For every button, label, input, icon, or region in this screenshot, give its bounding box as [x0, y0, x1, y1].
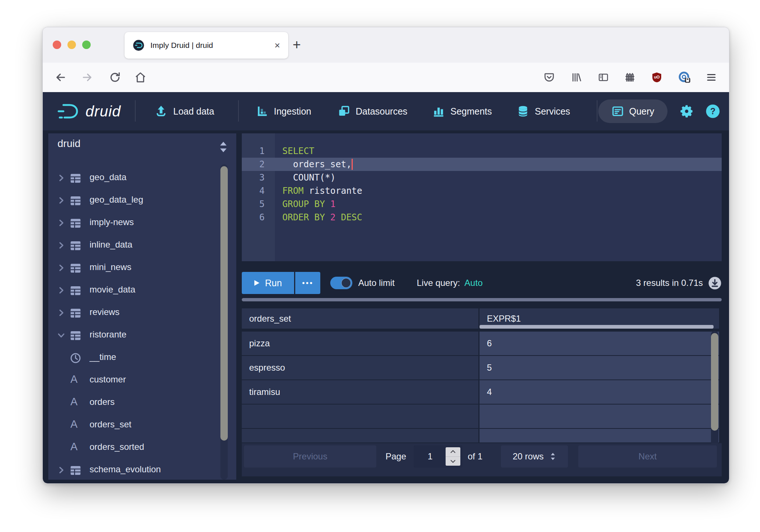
sql-token: orders_set,: [282, 159, 352, 169]
download-results-icon[interactable]: [708, 276, 722, 290]
nav-ingestion[interactable]: Ingestion: [256, 92, 311, 130]
settings-gear-icon[interactable]: [679, 104, 694, 120]
cell-expr1-0[interactable]: 6: [480, 332, 719, 355]
sidebar-column-orders[interactable]: A orders: [48, 392, 236, 414]
code-line[interactable]: 2 orders_set,: [242, 158, 722, 171]
window-zoom-button[interactable]: [82, 41, 91, 49]
sidebar-column-orders_set[interactable]: A orders_set: [48, 414, 236, 437]
chevron-right-icon[interactable]: [56, 308, 66, 318]
cell-expr1-1[interactable]: 5: [480, 356, 719, 379]
chevron-right-icon[interactable]: [56, 218, 66, 228]
column-header-orders_set[interactable]: orders_set: [242, 308, 478, 329]
sort-icon[interactable]: [219, 140, 228, 155]
cell-expr1-3[interactable]: [480, 405, 719, 428]
forward-icon[interactable]: [79, 69, 95, 85]
run-more-button[interactable]: •••: [295, 272, 320, 294]
sidebar-item-geo_data_leg[interactable]: geo_data_leg: [48, 189, 236, 212]
sql-token: FROM: [282, 186, 304, 196]
sidebar-scrollbar-thumb[interactable]: [220, 166, 228, 441]
tab-close-icon[interactable]: ×: [275, 41, 280, 50]
nav-services[interactable]: Services: [517, 92, 570, 130]
sidebar-column-customer[interactable]: A customer: [48, 369, 236, 392]
cell-value: pizza: [249, 338, 270, 349]
druid-logo[interactable]: druid: [57, 92, 121, 130]
pocket-icon[interactable]: [541, 69, 557, 85]
chevron-right-icon[interactable]: [56, 173, 66, 183]
chevron-right-icon[interactable]: [56, 286, 66, 295]
nav-query-active[interactable]: Query: [598, 99, 667, 123]
reload-icon[interactable]: [107, 69, 123, 85]
sidebar-item-ristorante[interactable]: ristorante: [48, 324, 236, 347]
live-query-value[interactable]: Auto: [464, 278, 482, 288]
ublock-origin-icon[interactable]: uO: [649, 69, 665, 85]
window-minimize-button[interactable]: [67, 41, 76, 49]
nav-load-data[interactable]: Load data: [154, 92, 214, 130]
containers-fence-icon[interactable]: [622, 69, 638, 85]
nav-segments[interactable]: Segments: [432, 92, 492, 130]
sidebar-item-label: reviews: [90, 307, 119, 317]
pane-splitter[interactable]: [242, 298, 722, 301]
sidebar-item-imply-news[interactable]: imply-news: [48, 212, 236, 234]
ingestion-icon: [256, 105, 268, 118]
sidebar-column-orders_sorted[interactable]: A orders_sorted: [48, 437, 236, 459]
line-number: 5: [242, 199, 275, 209]
auto-limit-toggle[interactable]: [330, 277, 352, 289]
cell-expr1-4[interactable]: [480, 429, 719, 442]
page-number-value[interactable]: 1: [414, 445, 446, 468]
segments-icon: [432, 105, 445, 118]
code-line[interactable]: 4FROM ristorante: [242, 184, 722, 197]
sidebar-item-reviews[interactable]: reviews: [48, 302, 236, 324]
chevron-down-icon[interactable]: [56, 330, 66, 340]
toggle-knob: [341, 278, 351, 288]
home-icon[interactable]: [132, 69, 149, 85]
sidebar-item-label: __time: [90, 352, 116, 362]
cell-expr1-2[interactable]: 4: [480, 380, 719, 404]
library-icon[interactable]: [568, 69, 585, 85]
next-page-button[interactable]: Next: [578, 445, 717, 468]
chevron-right-icon[interactable]: [56, 263, 66, 273]
sidebar-toggle-icon[interactable]: [595, 69, 611, 85]
chevron-right-icon[interactable]: [56, 196, 66, 205]
chevron-right-icon[interactable]: [56, 241, 66, 250]
spinner-up-icon[interactable]: [446, 447, 460, 457]
nav-datasources[interactable]: Datasources: [338, 92, 407, 130]
of-pages-label: of 1: [468, 445, 482, 468]
sql-token: COUNT(*): [282, 172, 336, 183]
sidebar-item-label: orders_sorted: [90, 442, 144, 452]
help-icon[interactable]: ?: [705, 104, 720, 120]
cell-orders_set-0[interactable]: pizza: [242, 332, 478, 355]
cell-orders_set-4[interactable]: [242, 429, 478, 442]
text-cursor: [352, 159, 353, 170]
code-line[interactable]: 6ORDER BY 2 DESC: [242, 211, 722, 224]
sidebar-item-movie_data[interactable]: movie_data: [48, 279, 236, 302]
onepassword-icon[interactable]: [676, 69, 693, 85]
cell-value: 5: [487, 363, 492, 373]
cell-orders_set-3[interactable]: [242, 405, 478, 428]
table-horizontal-scrollbar[interactable]: [480, 325, 714, 329]
code-line[interactable]: 1SELECT: [242, 144, 722, 158]
sidebar-item-mini_news[interactable]: mini_news: [48, 257, 236, 279]
previous-page-button[interactable]: Previous: [244, 445, 376, 468]
nav-services-label: Services: [535, 106, 570, 117]
back-icon[interactable]: [52, 69, 69, 85]
run-button[interactable]: Run: [242, 272, 294, 294]
sidebar-item-geo_data[interactable]: geo_data: [48, 167, 236, 189]
spinner-down-icon[interactable]: [446, 457, 460, 466]
page-number-input[interactable]: 1: [414, 445, 462, 468]
table-scrollbar-thumb[interactable]: [711, 333, 718, 431]
new-tab-button[interactable]: +: [293, 37, 301, 53]
rows-per-page-select[interactable]: 20 rows: [501, 445, 568, 468]
svg-text:?: ?: [710, 106, 715, 116]
code-line[interactable]: 5GROUP BY 1: [242, 197, 722, 211]
sql-code[interactable]: 1SELECT 2 orders_set, 3 COUNT(*) 4FROM r…: [242, 144, 722, 224]
menu-icon[interactable]: [703, 69, 719, 85]
window-close-button[interactable]: [53, 41, 61, 49]
cell-orders_set-2[interactable]: tiramisu: [242, 380, 478, 404]
cell-orders_set-1[interactable]: espresso: [242, 356, 478, 379]
chevron-right-icon[interactable]: [56, 465, 66, 475]
sidebar-column-__time[interactable]: __time: [48, 347, 236, 369]
sidebar-item-schema_evolution[interactable]: schema_evolution: [48, 459, 236, 480]
browser-tab[interactable]: Imply Druid | druid ×: [125, 32, 288, 59]
sidebar-item-inline_data[interactable]: inline_data: [48, 234, 236, 257]
code-line[interactable]: 3 COUNT(*): [242, 171, 722, 184]
